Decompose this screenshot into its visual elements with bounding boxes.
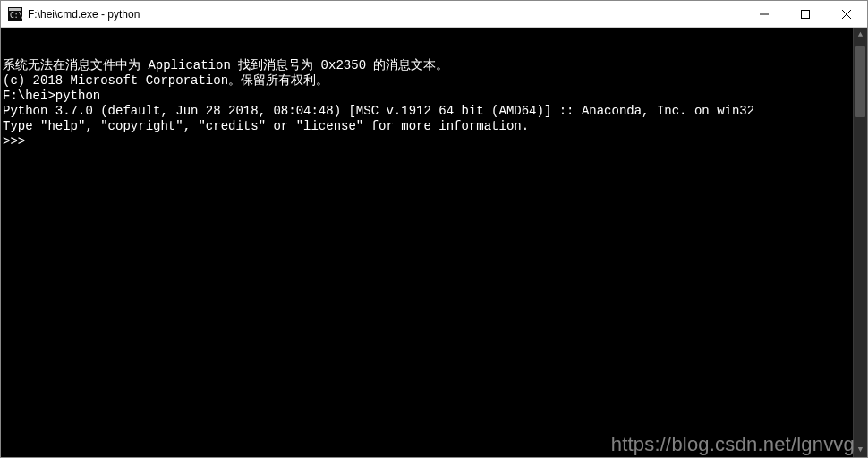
terminal-line: Type "help", "copyright", "credits" or "… — [3, 119, 865, 134]
maximize-button[interactable] — [785, 1, 826, 27]
title-left: C:\ F:\hei\cmd.exe - python — [1, 7, 744, 21]
terminal-output: 系统无法在消息文件中为 Application 找到消息号为 0x2350 的消… — [3, 58, 865, 149]
window-title: F:\hei\cmd.exe - python — [28, 8, 140, 21]
app-window: C:\ F:\hei\cmd.exe - python 系统无法在消息文件中为 … — [0, 0, 868, 458]
terminal-line: (c) 2018 Microsoft Corporation。保留所有权利。 — [3, 73, 865, 89]
scroll-up-arrow[interactable]: ▲ — [854, 28, 867, 42]
minimize-button[interactable] — [744, 1, 785, 27]
scroll-thumb[interactable] — [855, 46, 865, 117]
titlebar[interactable]: C:\ F:\hei\cmd.exe - python — [1, 1, 867, 28]
svg-text:C:\: C:\ — [10, 12, 22, 20]
terminal-area[interactable]: 系统无法在消息文件中为 Application 找到消息号为 0x2350 的消… — [1, 28, 867, 457]
close-button[interactable] — [826, 1, 867, 27]
terminal-line: 系统无法在消息文件中为 Application 找到消息号为 0x2350 的消… — [3, 58, 865, 73]
svg-rect-1 — [9, 8, 21, 11]
watermark-text: https://blog.csdn.net/lgnvvg — [611, 437, 855, 452]
svg-rect-4 — [802, 10, 810, 18]
window-controls — [744, 1, 867, 27]
terminal-line: F:\hei>python — [3, 89, 865, 104]
cmd-icon: C:\ — [8, 7, 22, 21]
scrollbar[interactable]: ▲ ▼ — [853, 28, 867, 457]
scroll-down-arrow[interactable]: ▼ — [854, 443, 867, 457]
terminal-line: >>> — [3, 134, 865, 149]
terminal-line: Python 3.7.0 (default, Jun 28 2018, 08:0… — [3, 104, 865, 119]
